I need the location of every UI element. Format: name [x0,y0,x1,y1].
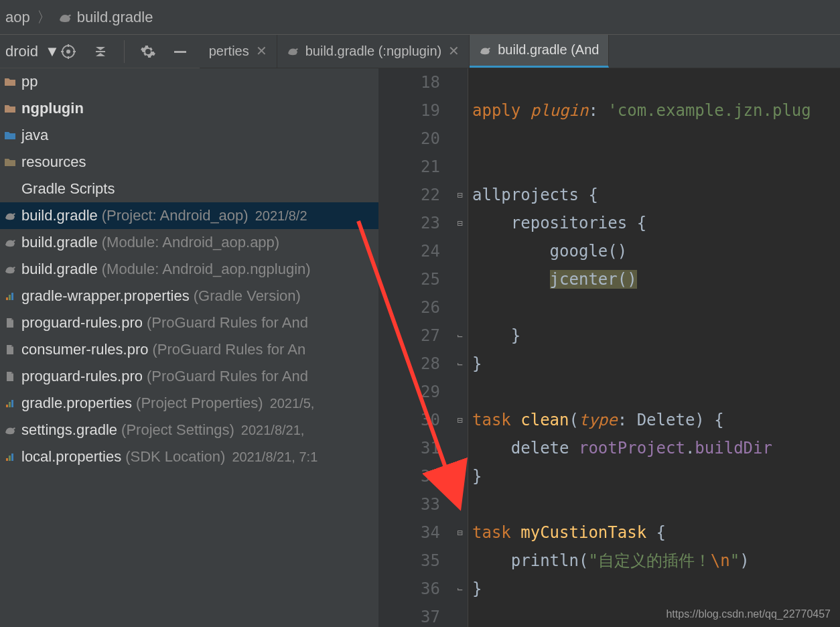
fold-marker [452,378,468,406]
code-line[interactable]: jcenter() [472,265,840,293]
fold-marker[interactable]: ⊟ [452,181,468,209]
tree-item-label: proguard-rules.pro [21,314,143,332]
tree-item[interactable]: build.gradle(Module: Android_aop.ngplugi… [0,256,378,283]
breadcrumb-item[interactable]: build.gradle [58,9,153,26]
target-icon[interactable] [60,43,77,60]
code-line[interactable]: repositories { [472,209,840,237]
tree-item-label: Gradle Scripts [21,180,115,198]
collapse-icon[interactable] [92,43,109,60]
code-line[interactable]: apply plugin: 'com.example.jzn.plug [472,96,840,125]
close-icon[interactable]: ✕ [448,43,460,59]
line-number: 36 [378,575,440,603]
close-icon[interactable]: ✕ [256,43,267,59]
tree-item[interactable]: proguard-rules.pro(ProGuard Rules for An… [0,363,378,390]
tree-item[interactable]: build.gradle(Project: Android_aop)2021/8… [0,202,378,229]
tree-item[interactable]: gradle.properties(Project Properties)202… [0,390,378,417]
tree-item[interactable]: pp [0,68,378,95]
tree-item[interactable]: java [0,122,378,149]
line-number: 26 [378,293,440,322]
code-editor[interactable]: 18192021222324252627282930▶31323334▶3536… [378,68,840,627]
code-line[interactable]: task clean(type: Delete) { [472,406,840,434]
code-line[interactable] [472,125,840,153]
tree-item[interactable]: proguard-rules.pro(ProGuard Rules for An… [0,309,378,336]
code-line[interactable] [472,68,840,96]
tree-item[interactable]: build.gradle(Module: Android_aop.app) [0,229,378,256]
project-tree[interactable]: ppngpluginjavaresourcesGradle Scriptsbui… [0,68,378,627]
gradle-icon [3,265,17,274]
line-number: 35 [378,547,440,575]
tree-item-label: proguard-rules.pro [21,368,143,385]
tree-item-hint: (Project: Android_aop) [102,207,249,224]
code-line[interactable] [472,490,840,518]
breadcrumb: aop 〉 build.gradle [0,0,840,35]
tree-item[interactable]: gradle-wrapper.properties(Gradle Version… [0,283,378,309]
fold-marker[interactable]: ⊟ [452,406,468,434]
breadcrumb-item[interactable]: aop [5,9,30,26]
gradle-icon [58,12,72,23]
svg-rect-7 [174,51,186,53]
svg-rect-16 [11,454,13,461]
code-line[interactable]: println("自定义的插件！\n") [472,547,840,575]
fold-marker[interactable]: ⌙ [452,322,468,350]
fold-marker[interactable]: ⌙ [452,575,468,603]
props-icon [3,398,17,409]
hide-icon[interactable] [171,43,189,60]
code-line[interactable] [472,153,840,181]
fold-marker [452,68,468,96]
fold-marker[interactable]: ⌙ [452,462,468,490]
code-line[interactable]: delete rootProject.buildDir [472,434,840,462]
line-number: 34▶ [378,518,440,547]
line-number: 21 [378,153,440,181]
line-number: 32 [378,462,440,490]
chevron-down-icon: ▼ [45,43,60,60]
tree-item[interactable]: ngplugin [0,95,378,122]
code-content[interactable]: apply plugin: 'com.example.jzn.plugallpr… [468,68,840,627]
fold-marker [452,603,468,627]
fold-marker [452,265,468,293]
project-view-selector[interactable]: droid ▼ [0,43,60,60]
editor-tab[interactable]: build.gradle (:ngplugin) ✕ [277,35,470,68]
code-line[interactable]: } [472,575,840,603]
folder-res-icon [3,157,17,167]
props-icon [3,291,17,301]
code-line[interactable]: allprojects { [472,181,840,209]
tree-item-label: resources [21,153,86,171]
fold-marker[interactable]: ⊟ [452,518,468,547]
gradle-icon [287,46,299,56]
tree-item-hint: (ProGuard Rules for And [147,314,308,332]
gear-icon[interactable] [139,43,157,60]
fold-marker[interactable]: ⊟ [452,209,468,237]
line-number: 22 [378,181,440,209]
tree-item-hint: (Project Properties) [136,395,263,412]
svg-rect-11 [6,405,8,407]
line-number: 24 [378,237,440,265]
svg-rect-6 [96,51,105,52]
line-number: 27 [378,322,440,350]
fold-marker[interactable]: ⌙ [452,350,468,378]
tree-item[interactable]: Gradle Scripts [0,176,378,202]
svg-rect-10 [11,293,13,300]
code-line[interactable]: } [472,322,840,350]
tree-item[interactable]: local.properties(SDK Location)2021/8/21,… [0,443,378,470]
props-icon [3,451,17,462]
code-line[interactable]: google() [472,237,840,265]
code-line[interactable]: task myCustionTask { [472,518,840,547]
tree-item[interactable]: settings.gradle(Project Settings)2021/8/… [0,417,378,443]
code-line[interactable] [472,378,840,406]
editor-tab[interactable]: perties ✕ [200,35,277,68]
code-line[interactable]: } [472,350,840,378]
folder-icon [3,104,17,113]
line-number: 20 [378,125,440,153]
tree-item[interactable]: consumer-rules.pro(ProGuard Rules for An [0,336,378,363]
fold-column[interactable]: ⊟⊟⌙⌙⊟⌙⊟⌙ [452,68,468,627]
editor-tab-active[interactable]: build.gradle (And [470,35,609,68]
code-line[interactable]: } [472,462,840,490]
tree-item-label: build.gradle [21,234,98,251]
main-area: ppngpluginjavaresourcesGradle Scriptsbui… [0,68,840,627]
tree-item[interactable]: resources [0,149,378,176]
line-number: 31 [378,434,440,462]
line-number: 23 [378,209,440,237]
svg-rect-14 [6,458,8,461]
code-line[interactable] [472,293,840,322]
tree-item-date: 2021/5, [270,396,315,411]
